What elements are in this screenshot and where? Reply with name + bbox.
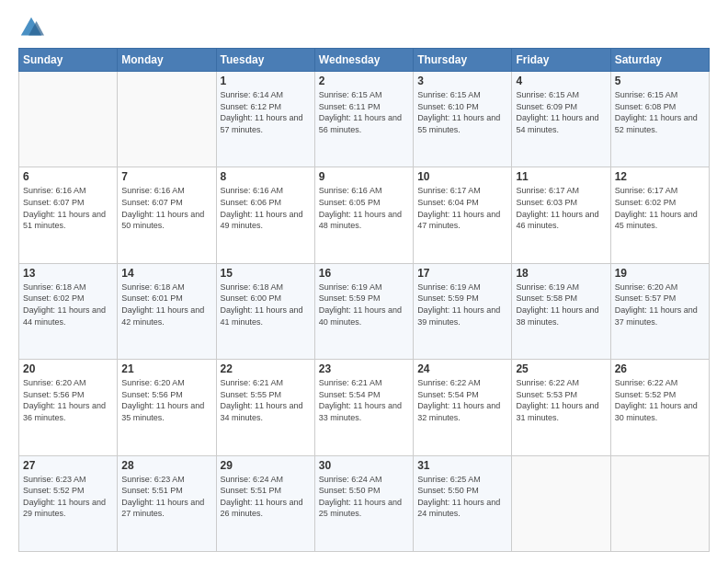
- day-number: 12: [615, 170, 705, 183]
- day-info: Sunrise: 6:17 AMSunset: 6:04 PMDaylight:…: [417, 185, 507, 231]
- day-number: 10: [417, 170, 507, 183]
- logo-icon: [18, 15, 44, 40]
- day-number: 17: [417, 267, 507, 280]
- day-of-week-header: Thursday: [414, 49, 512, 72]
- calendar-cell: [610, 455, 709, 551]
- day-number: 9: [319, 170, 409, 183]
- day-number: 29: [221, 459, 311, 472]
- calendar-cell: 23Sunrise: 6:21 AMSunset: 5:54 PMDayligh…: [314, 360, 413, 455]
- calendar-cell: [512, 455, 610, 551]
- calendar-cell: 5Sunrise: 6:15 AMSunset: 6:08 PMDaylight…: [610, 72, 709, 167]
- day-number: 24: [417, 362, 507, 375]
- day-info: Sunrise: 6:16 AMSunset: 6:07 PMDaylight:…: [121, 185, 211, 231]
- day-number: 5: [615, 75, 705, 87]
- calendar-cell: 4Sunrise: 6:15 AMSunset: 6:09 PMDaylight…: [512, 72, 610, 167]
- day-number: 2: [319, 75, 409, 87]
- day-info: Sunrise: 6:20 AMSunset: 5:57 PMDaylight:…: [615, 282, 705, 327]
- calendar-cell: 31Sunrise: 6:25 AMSunset: 5:50 PMDayligh…: [414, 455, 512, 551]
- calendar-cell: 22Sunrise: 6:21 AMSunset: 5:55 PMDayligh…: [216, 360, 314, 455]
- day-info: Sunrise: 6:24 AMSunset: 5:50 PMDaylight:…: [319, 474, 409, 520]
- day-info: Sunrise: 6:21 AMSunset: 5:55 PMDaylight:…: [221, 377, 311, 423]
- day-number: 25: [516, 362, 606, 375]
- calendar-cell: 10Sunrise: 6:17 AMSunset: 6:04 PMDayligh…: [414, 167, 512, 263]
- day-info: Sunrise: 6:20 AMSunset: 5:56 PMDaylight:…: [121, 377, 211, 423]
- day-number: 22: [221, 362, 311, 375]
- day-info: Sunrise: 6:23 AMSunset: 5:51 PMDaylight:…: [121, 474, 211, 520]
- day-number: 26: [615, 362, 705, 375]
- calendar-cell: 19Sunrise: 6:20 AMSunset: 5:57 PMDayligh…: [610, 263, 709, 359]
- day-number: 13: [23, 267, 113, 280]
- calendar-cell: 14Sunrise: 6:18 AMSunset: 6:01 PMDayligh…: [118, 263, 216, 359]
- calendar-cell: 30Sunrise: 6:24 AMSunset: 5:50 PMDayligh…: [314, 455, 413, 551]
- day-info: Sunrise: 6:19 AMSunset: 5:59 PMDaylight:…: [319, 282, 409, 327]
- logo: [18, 15, 48, 40]
- day-number: 11: [516, 170, 606, 183]
- day-info: Sunrise: 6:23 AMSunset: 5:52 PMDaylight:…: [23, 474, 113, 520]
- day-info: Sunrise: 6:19 AMSunset: 5:59 PMDaylight:…: [417, 282, 507, 327]
- day-info: Sunrise: 6:16 AMSunset: 6:05 PMDaylight:…: [319, 185, 409, 231]
- day-info: Sunrise: 6:21 AMSunset: 5:54 PMDaylight:…: [319, 377, 409, 423]
- day-info: Sunrise: 6:17 AMSunset: 6:02 PMDaylight:…: [615, 185, 705, 231]
- calendar-cell: [19, 72, 118, 167]
- calendar-cell: 25Sunrise: 6:22 AMSunset: 5:53 PMDayligh…: [512, 360, 610, 455]
- day-info: Sunrise: 6:16 AMSunset: 6:06 PMDaylight:…: [221, 185, 311, 231]
- day-number: 31: [417, 459, 507, 472]
- day-info: Sunrise: 6:15 AMSunset: 6:11 PMDaylight:…: [319, 89, 409, 135]
- day-number: 8: [221, 170, 311, 183]
- day-of-week-header: Tuesday: [216, 49, 314, 72]
- day-of-week-header: Friday: [512, 49, 610, 72]
- calendar-cell: 18Sunrise: 6:19 AMSunset: 5:58 PMDayligh…: [512, 263, 610, 359]
- calendar-cell: 26Sunrise: 6:22 AMSunset: 5:52 PMDayligh…: [610, 360, 709, 455]
- calendar-cell: 6Sunrise: 6:16 AMSunset: 6:07 PMDaylight…: [19, 167, 118, 263]
- day-info: Sunrise: 6:20 AMSunset: 5:56 PMDaylight:…: [23, 377, 113, 423]
- calendar-cell: 12Sunrise: 6:17 AMSunset: 6:02 PMDayligh…: [610, 167, 709, 263]
- calendar-cell: 29Sunrise: 6:24 AMSunset: 5:51 PMDayligh…: [216, 455, 314, 551]
- calendar-cell: 20Sunrise: 6:20 AMSunset: 5:56 PMDayligh…: [19, 360, 118, 455]
- day-info: Sunrise: 6:15 AMSunset: 6:09 PMDaylight:…: [516, 89, 606, 135]
- day-info: Sunrise: 6:17 AMSunset: 6:03 PMDaylight:…: [516, 185, 606, 231]
- day-info: Sunrise: 6:24 AMSunset: 5:51 PMDaylight:…: [221, 474, 311, 520]
- day-number: 20: [23, 362, 113, 375]
- calendar-cell: 1Sunrise: 6:14 AMSunset: 6:12 PMDaylight…: [216, 72, 314, 167]
- day-info: Sunrise: 6:22 AMSunset: 5:53 PMDaylight:…: [516, 377, 606, 423]
- day-of-week-header: Monday: [118, 49, 216, 72]
- header: [18, 15, 710, 40]
- calendar-cell: 7Sunrise: 6:16 AMSunset: 6:07 PMDaylight…: [118, 167, 216, 263]
- calendar-cell: [118, 72, 216, 167]
- day-info: Sunrise: 6:22 AMSunset: 5:52 PMDaylight:…: [615, 377, 705, 423]
- day-info: Sunrise: 6:18 AMSunset: 6:00 PMDaylight:…: [221, 282, 311, 327]
- day-number: 4: [516, 75, 606, 87]
- day-info: Sunrise: 6:25 AMSunset: 5:50 PMDaylight:…: [417, 474, 507, 520]
- day-info: Sunrise: 6:19 AMSunset: 5:58 PMDaylight:…: [516, 282, 606, 327]
- calendar-table: SundayMondayTuesdayWednesdayThursdayFrid…: [18, 48, 710, 552]
- day-number: 30: [319, 459, 409, 472]
- calendar-cell: 13Sunrise: 6:18 AMSunset: 6:02 PMDayligh…: [19, 263, 118, 359]
- day-info: Sunrise: 6:15 AMSunset: 6:08 PMDaylight:…: [615, 89, 705, 135]
- day-number: 21: [121, 362, 211, 375]
- calendar-cell: 11Sunrise: 6:17 AMSunset: 6:03 PMDayligh…: [512, 167, 610, 263]
- day-info: Sunrise: 6:22 AMSunset: 5:54 PMDaylight:…: [417, 377, 507, 423]
- day-number: 14: [121, 267, 211, 280]
- day-of-week-header: Sunday: [19, 49, 118, 72]
- calendar-cell: 8Sunrise: 6:16 AMSunset: 6:06 PMDaylight…: [216, 167, 314, 263]
- day-info: Sunrise: 6:18 AMSunset: 6:01 PMDaylight:…: [121, 282, 211, 327]
- day-number: 19: [615, 267, 705, 280]
- calendar-cell: 9Sunrise: 6:16 AMSunset: 6:05 PMDaylight…: [314, 167, 413, 263]
- calendar-cell: 21Sunrise: 6:20 AMSunset: 5:56 PMDayligh…: [118, 360, 216, 455]
- day-info: Sunrise: 6:14 AMSunset: 6:12 PMDaylight:…: [221, 89, 311, 135]
- calendar-page: SundayMondayTuesdayWednesdayThursdayFrid…: [0, 0, 728, 563]
- calendar-cell: 3Sunrise: 6:15 AMSunset: 6:10 PMDaylight…: [414, 72, 512, 167]
- day-info: Sunrise: 6:18 AMSunset: 6:02 PMDaylight:…: [23, 282, 113, 327]
- day-number: 7: [121, 170, 211, 183]
- day-number: 18: [516, 267, 606, 280]
- day-number: 15: [221, 267, 311, 280]
- day-number: 16: [319, 267, 409, 280]
- day-info: Sunrise: 6:15 AMSunset: 6:10 PMDaylight:…: [417, 89, 507, 135]
- calendar-cell: 27Sunrise: 6:23 AMSunset: 5:52 PMDayligh…: [19, 455, 118, 551]
- day-number: 3: [417, 75, 507, 87]
- day-of-week-header: Saturday: [610, 49, 709, 72]
- calendar-cell: 28Sunrise: 6:23 AMSunset: 5:51 PMDayligh…: [118, 455, 216, 551]
- calendar-cell: 2Sunrise: 6:15 AMSunset: 6:11 PMDaylight…: [314, 72, 413, 167]
- day-number: 28: [121, 459, 211, 472]
- day-number: 6: [23, 170, 113, 183]
